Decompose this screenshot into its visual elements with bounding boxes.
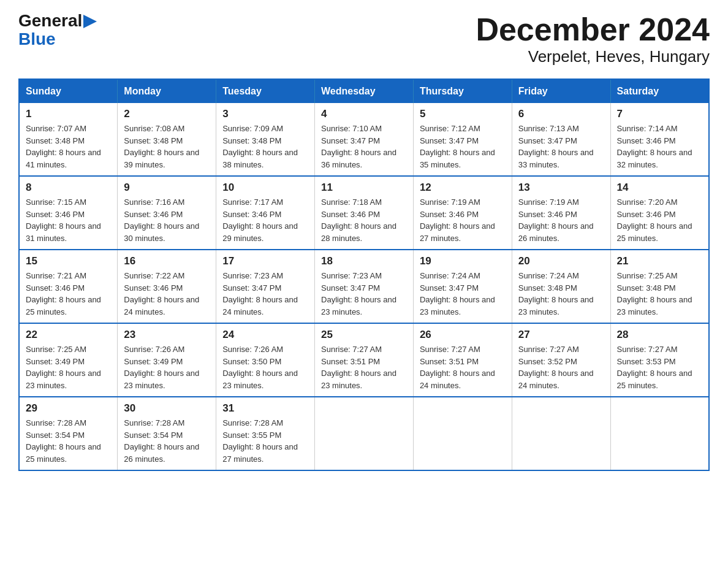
logo-arrow-icon [83, 15, 97, 28]
day-info: Sunrise: 7:08 AMSunset: 3:48 PMDaylight:… [124, 123, 210, 170]
logo: General Blue [18, 12, 97, 49]
weekday-thursday: Thursday [413, 79, 512, 103]
day-number: 31 [222, 402, 308, 415]
calendar-cell: 3Sunrise: 7:09 AMSunset: 3:48 PMDaylight… [216, 103, 315, 176]
calendar-cell: 5Sunrise: 7:12 AMSunset: 3:47 PMDaylight… [413, 103, 512, 176]
day-info: Sunrise: 7:23 AMSunset: 3:47 PMDaylight:… [321, 270, 407, 318]
day-number: 14 [617, 182, 702, 194]
day-number: 4 [321, 108, 407, 120]
calendar-cell [610, 397, 709, 470]
calendar-body: 1Sunrise: 7:07 AMSunset: 3:48 PMDaylight… [19, 103, 709, 470]
weekday-sunday: Sunday [19, 79, 118, 103]
title-block: December 2024 Verpelet, Heves, Hungary [476, 12, 710, 66]
calendar-cell: 29Sunrise: 7:28 AMSunset: 3:54 PMDayligh… [19, 397, 118, 470]
calendar-cell [413, 397, 512, 470]
week-row-2: 8Sunrise: 7:15 AMSunset: 3:46 PMDaylight… [19, 176, 709, 250]
day-number: 24 [222, 329, 308, 341]
day-number: 18 [321, 255, 407, 267]
day-info: Sunrise: 7:28 AMSunset: 3:54 PMDaylight:… [124, 417, 210, 465]
day-info: Sunrise: 7:20 AMSunset: 3:46 PMDaylight:… [617, 196, 702, 244]
day-info: Sunrise: 7:25 AMSunset: 3:48 PMDaylight:… [617, 270, 702, 318]
day-info: Sunrise: 7:10 AMSunset: 3:47 PMDaylight:… [321, 123, 407, 170]
calendar-cell: 1Sunrise: 7:07 AMSunset: 3:48 PMDaylight… [19, 103, 118, 176]
day-number: 25 [321, 329, 407, 341]
day-number: 20 [518, 255, 604, 267]
calendar-cell: 23Sunrise: 7:26 AMSunset: 3:49 PMDayligh… [118, 323, 216, 397]
day-info: Sunrise: 7:19 AMSunset: 3:46 PMDaylight:… [420, 196, 506, 244]
calendar-table: SundayMondayTuesdayWednesdayThursdayFrid… [18, 79, 710, 471]
day-number: 15 [26, 255, 111, 267]
calendar-cell: 20Sunrise: 7:24 AMSunset: 3:48 PMDayligh… [512, 250, 610, 323]
day-number: 7 [617, 108, 702, 120]
day-number: 21 [617, 255, 702, 267]
calendar-cell: 10Sunrise: 7:17 AMSunset: 3:46 PMDayligh… [216, 176, 315, 250]
week-row-3: 15Sunrise: 7:21 AMSunset: 3:46 PMDayligh… [19, 250, 709, 323]
calendar-cell: 14Sunrise: 7:20 AMSunset: 3:46 PMDayligh… [610, 176, 709, 250]
day-number: 3 [222, 108, 308, 120]
day-info: Sunrise: 7:27 AMSunset: 3:51 PMDaylight:… [420, 343, 506, 391]
day-number: 30 [124, 402, 210, 415]
day-number: 8 [26, 182, 111, 194]
calendar-cell [512, 397, 610, 470]
day-number: 9 [124, 182, 210, 194]
day-info: Sunrise: 7:17 AMSunset: 3:46 PMDaylight:… [222, 196, 308, 244]
week-row-1: 1Sunrise: 7:07 AMSunset: 3:48 PMDaylight… [19, 103, 709, 176]
logo-general: General [18, 12, 82, 29]
day-info: Sunrise: 7:27 AMSunset: 3:51 PMDaylight:… [321, 343, 407, 391]
day-info: Sunrise: 7:22 AMSunset: 3:46 PMDaylight:… [124, 270, 210, 318]
day-number: 27 [518, 329, 604, 341]
day-info: Sunrise: 7:21 AMSunset: 3:46 PMDaylight:… [26, 270, 111, 318]
day-info: Sunrise: 7:28 AMSunset: 3:55 PMDaylight:… [222, 417, 308, 465]
calendar-cell: 8Sunrise: 7:15 AMSunset: 3:46 PMDaylight… [19, 176, 118, 250]
day-number: 26 [420, 329, 506, 341]
calendar-title: December 2024 [476, 12, 710, 47]
weekday-saturday: Saturday [610, 79, 709, 103]
day-info: Sunrise: 7:24 AMSunset: 3:48 PMDaylight:… [518, 270, 604, 318]
day-info: Sunrise: 7:09 AMSunset: 3:48 PMDaylight:… [222, 123, 308, 170]
weekday-monday: Monday [118, 79, 216, 103]
calendar-cell: 6Sunrise: 7:13 AMSunset: 3:47 PMDaylight… [512, 103, 610, 176]
week-row-4: 22Sunrise: 7:25 AMSunset: 3:49 PMDayligh… [19, 323, 709, 397]
weekday-header-row: SundayMondayTuesdayWednesdayThursdayFrid… [19, 79, 709, 103]
day-info: Sunrise: 7:27 AMSunset: 3:52 PMDaylight:… [518, 343, 604, 391]
calendar-cell: 16Sunrise: 7:22 AMSunset: 3:46 PMDayligh… [118, 250, 216, 323]
calendar-cell: 13Sunrise: 7:19 AMSunset: 3:46 PMDayligh… [512, 176, 610, 250]
day-info: Sunrise: 7:15 AMSunset: 3:46 PMDaylight:… [26, 196, 111, 244]
calendar-cell: 17Sunrise: 7:23 AMSunset: 3:47 PMDayligh… [216, 250, 315, 323]
calendar-cell: 12Sunrise: 7:19 AMSunset: 3:46 PMDayligh… [413, 176, 512, 250]
day-number: 2 [124, 108, 210, 120]
day-info: Sunrise: 7:27 AMSunset: 3:53 PMDaylight:… [617, 343, 702, 391]
day-number: 11 [321, 182, 407, 194]
day-info: Sunrise: 7:18 AMSunset: 3:46 PMDaylight:… [321, 196, 407, 244]
day-info: Sunrise: 7:26 AMSunset: 3:50 PMDaylight:… [222, 343, 308, 391]
svg-marker-0 [83, 15, 97, 28]
day-number: 16 [124, 255, 210, 267]
calendar-cell: 19Sunrise: 7:24 AMSunset: 3:47 PMDayligh… [413, 250, 512, 323]
day-info: Sunrise: 7:24 AMSunset: 3:47 PMDaylight:… [420, 270, 506, 318]
day-info: Sunrise: 7:25 AMSunset: 3:49 PMDaylight:… [26, 343, 111, 391]
calendar-cell [315, 397, 414, 470]
calendar-cell: 7Sunrise: 7:14 AMSunset: 3:46 PMDaylight… [610, 103, 709, 176]
weekday-friday: Friday [512, 79, 610, 103]
calendar-cell: 30Sunrise: 7:28 AMSunset: 3:54 PMDayligh… [118, 397, 216, 470]
page-header: General Blue December 2024 Verpelet, Hev… [18, 12, 710, 66]
day-number: 5 [420, 108, 506, 120]
calendar-header: SundayMondayTuesdayWednesdayThursdayFrid… [19, 79, 709, 103]
calendar-cell: 11Sunrise: 7:18 AMSunset: 3:46 PMDayligh… [315, 176, 414, 250]
calendar-cell: 15Sunrise: 7:21 AMSunset: 3:46 PMDayligh… [19, 250, 118, 323]
day-number: 29 [26, 402, 111, 415]
day-number: 12 [420, 182, 506, 194]
calendar-cell: 28Sunrise: 7:27 AMSunset: 3:53 PMDayligh… [610, 323, 709, 397]
day-info: Sunrise: 7:13 AMSunset: 3:47 PMDaylight:… [518, 123, 604, 170]
day-number: 22 [26, 329, 111, 341]
day-number: 17 [222, 255, 308, 267]
day-info: Sunrise: 7:19 AMSunset: 3:46 PMDaylight:… [518, 196, 604, 244]
day-info: Sunrise: 7:28 AMSunset: 3:54 PMDaylight:… [26, 417, 111, 465]
week-row-5: 29Sunrise: 7:28 AMSunset: 3:54 PMDayligh… [19, 397, 709, 470]
day-info: Sunrise: 7:23 AMSunset: 3:47 PMDaylight:… [222, 270, 308, 318]
day-number: 10 [222, 182, 308, 194]
day-info: Sunrise: 7:14 AMSunset: 3:46 PMDaylight:… [617, 123, 702, 170]
calendar-cell: 31Sunrise: 7:28 AMSunset: 3:55 PMDayligh… [216, 397, 315, 470]
calendar-cell: 26Sunrise: 7:27 AMSunset: 3:51 PMDayligh… [413, 323, 512, 397]
calendar-cell: 4Sunrise: 7:10 AMSunset: 3:47 PMDaylight… [315, 103, 414, 176]
